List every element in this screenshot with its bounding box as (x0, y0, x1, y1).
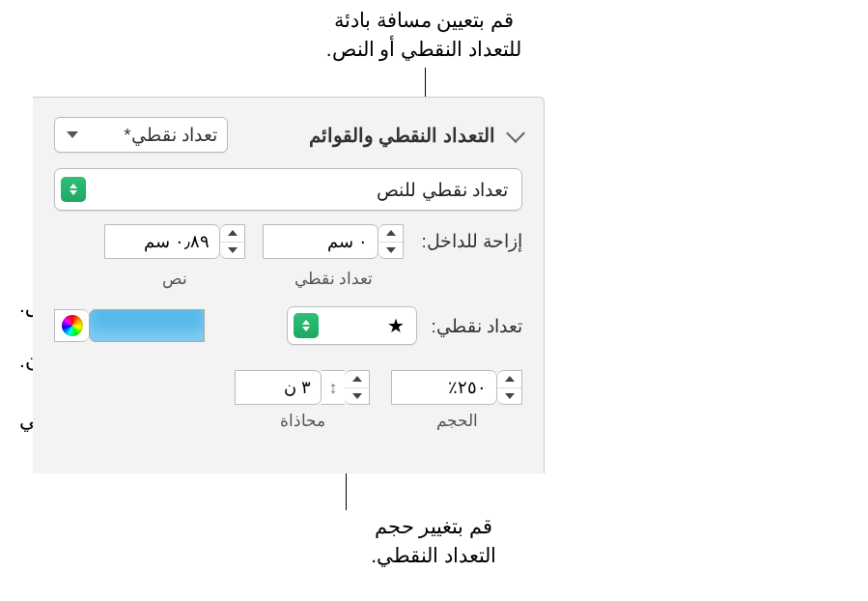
callout-resize-bullet-text: قم بتغيير حجم التعداد النقطي. (371, 515, 496, 566)
list-style-popup[interactable]: تعداد نقطي* (54, 117, 228, 153)
indent-bullet-group: تعداد نقطي (263, 224, 404, 289)
double-arrow-icon (301, 320, 311, 331)
section-title: التعداد النقطي والقوائم (309, 124, 495, 147)
chevron-down-icon (506, 124, 525, 143)
step-down-button[interactable] (378, 243, 403, 259)
bullet-row: تعداد نقطي: ★ (54, 306, 522, 345)
size-caption: الحجم (436, 411, 478, 431)
callout-resize-bullet: قم بتغيير حجم التعداد النقطي. (322, 512, 545, 571)
list-style-label: تعداد نقطي* (124, 124, 217, 146)
indent-bullet-caption: تعداد نقطي (294, 269, 374, 289)
step-down-button[interactable] (497, 388, 521, 405)
color-group (54, 309, 205, 342)
step-up-button[interactable] (378, 225, 403, 243)
indent-bullet-stepper[interactable] (263, 224, 404, 259)
stepper-spinner[interactable] (378, 224, 404, 259)
color-swatch[interactable] (89, 309, 205, 342)
list-type-row: تعداد نقطي للنص (54, 168, 522, 211)
popup-button (61, 177, 86, 202)
bullet-label: تعداد نقطي: (431, 315, 522, 337)
indent-text-caption: نص (162, 269, 187, 289)
size-align-row: الحجم ↕ محاذاة (54, 370, 522, 431)
bullet-glyph-select[interactable]: ★ (287, 306, 417, 345)
callout-indent: قم بتعيين مسافة بادئة للتعداد النقطي أو … (250, 6, 598, 65)
indent-text-stepper[interactable] (104, 224, 245, 259)
align-drag-handle[interactable]: ↕ (322, 370, 345, 405)
list-type-select[interactable]: تعداد نقطي للنص (54, 168, 522, 211)
size-stepper[interactable] (391, 370, 522, 405)
indent-text-group: نص (104, 224, 245, 289)
indent-bullet-input[interactable] (263, 224, 378, 259)
bullets-lists-panel: التعداد النقطي والقوائم تعداد نقطي* تعدا… (33, 97, 545, 473)
indent-text-input[interactable] (104, 224, 220, 259)
size-block: الحجم (391, 370, 522, 431)
color-wheel-icon (62, 315, 83, 336)
chevron-down-icon (67, 131, 78, 138)
align-block: ↕ محاذاة (235, 370, 370, 431)
indent-label: إزاحة للداخل: (421, 224, 522, 252)
indent-row: إزاحة للداخل: تعداد نقطي نص (54, 224, 522, 289)
align-input[interactable] (235, 370, 322, 405)
double-arrow-icon (69, 184, 78, 195)
step-up-button[interactable] (497, 371, 521, 388)
updown-arrow-icon: ↕ (329, 378, 338, 398)
step-down-button[interactable] (220, 243, 244, 259)
bullet-glyph: ★ (387, 314, 405, 337)
size-input[interactable] (391, 370, 497, 405)
popup-button (294, 313, 319, 338)
step-up-button[interactable] (220, 225, 244, 243)
color-wheel-button[interactable] (54, 309, 89, 342)
section-title-row[interactable]: التعداد النقطي والقوائم (309, 124, 522, 147)
step-up-button[interactable] (345, 371, 369, 388)
stepper-spinner[interactable] (497, 370, 522, 405)
section-header: التعداد النقطي والقوائم تعداد نقطي* (54, 117, 522, 153)
align-stepper[interactable]: ↕ (235, 370, 370, 405)
align-caption: محاذاة (280, 411, 325, 431)
step-down-button[interactable] (345, 388, 369, 405)
callout-indent-text: قم بتعيين مسافة بادئة للتعداد النقطي أو … (326, 9, 521, 60)
stepper-spinner[interactable] (345, 370, 370, 405)
stepper-spinner[interactable] (220, 224, 245, 259)
list-type-value: تعداد نقطي للنص (377, 179, 508, 201)
